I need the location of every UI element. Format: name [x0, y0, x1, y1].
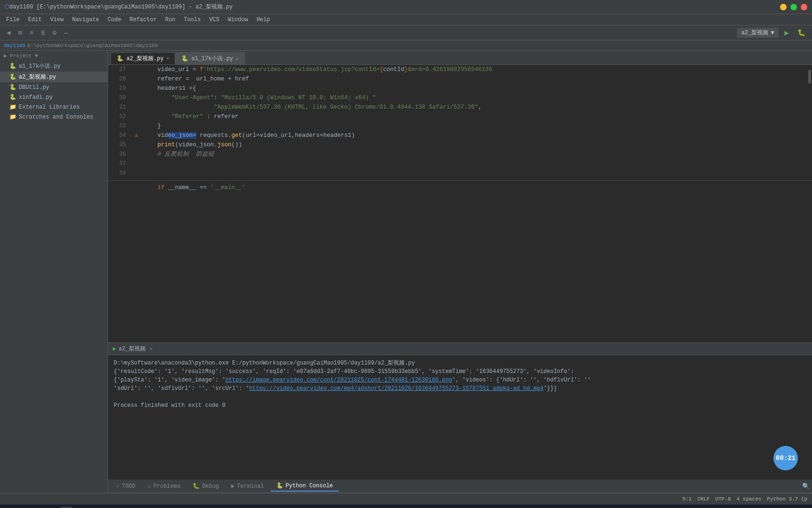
tab-close-a1[interactable]: ✕: [236, 56, 239, 62]
python-console-icon: 🐍: [276, 482, 283, 489]
code-content-30: "User-Agent": "Mozilla/5.0 (Windows NT 1…: [141, 93, 812, 103]
run-tab-close[interactable]: ✕: [150, 346, 153, 352]
breadcrumb-day: day1109: [4, 43, 25, 48]
code-content-36: # 反爬机制 防盗链: [141, 150, 812, 159]
toolbar-structure[interactable]: ⊞: [15, 28, 24, 38]
menu-file[interactable]: File: [2, 16, 23, 24]
tab-close-a2[interactable]: ✕: [166, 56, 169, 61]
gutter-34: ⚠: [132, 131, 141, 140]
run-icon: ▶: [113, 345, 116, 352]
taskbar-app-win-explorer[interactable]: 📁: [75, 507, 90, 508]
taskbar-app-pycharm[interactable]: ⬡: [60, 507, 73, 508]
toolbar-back[interactable]: ◀: [4, 28, 13, 38]
menu-navigate[interactable]: Navigate: [68, 16, 103, 24]
sidebar-item-a1[interactable]: 🐍 a1_17k小说.py: [0, 61, 108, 71]
sidebar-item-xinfadi[interactable]: 🐍 xinfadi.py: [0, 92, 108, 102]
statusbar: 5:1 CRLF UTF-8 4 spaces Python 3.7 (p: [0, 493, 812, 504]
video-link[interactable]: https://video.pearvideo.com/mp4/adshort/…: [249, 385, 544, 392]
search-icon-right[interactable]: 🔍: [802, 483, 810, 490]
sidebar-label-xinfadi: xinfadi.py: [19, 94, 53, 101]
sidebar: ▶ Project ▼ 🐍 a1_17k小说.py 🐍 a2_梨视频.py 🐍 …: [0, 51, 108, 493]
sidebar-label-a1: a1_17k小说.py: [19, 62, 61, 70]
code-line-35: 35 print(video_json.json()): [108, 140, 812, 150]
run-tab-header: ▶ a2_梨视频 ✕: [108, 343, 812, 355]
tab-a1[interactable]: 🐍 a1_17k小说.py ✕: [175, 52, 245, 64]
run-config-dropdown-icon: ▼: [771, 30, 774, 36]
bottom-tab-terminal[interactable]: ▶ Terminal: [226, 481, 270, 491]
taskbar-app-ie[interactable]: e: [92, 507, 103, 508]
line-num-35: 35: [108, 140, 132, 150]
tab-label-a1: a1_17k小说.py: [191, 55, 233, 63]
gutter-38: [132, 168, 141, 178]
status-line-ending[interactable]: CRLF: [697, 496, 710, 502]
terminal-icon: ▶: [231, 483, 234, 490]
run-button[interactable]: ▶: [781, 27, 793, 39]
line-num-bottom: [108, 183, 132, 192]
taskbar-search[interactable]: 🔍: [23, 507, 39, 508]
toolbar-indent[interactable]: ≡: [27, 28, 36, 38]
sidebar-item-a2[interactable]: 🐍 a2_梨视频.py: [0, 71, 108, 82]
toolbar-outdent[interactable]: ≣: [38, 28, 47, 38]
bottom-tab-debug[interactable]: 🐛 Debug: [187, 481, 225, 491]
breadcrumb-bar: day1109 E:\pythonWorkspace\guangCaiMao19…: [0, 40, 812, 51]
sidebar-item-ext-libs[interactable]: 📁 External Libraries: [0, 102, 108, 112]
problems-label: Problems: [153, 483, 180, 490]
status-python[interactable]: Python 3.7 (p: [767, 496, 807, 502]
image-link[interactable]: https://image.pearvideo.com/cont/2021102…: [226, 377, 452, 383]
taskbar-app-files[interactable]: 📂: [118, 507, 133, 508]
menu-run[interactable]: Run: [161, 16, 179, 24]
taskbar-app-word[interactable]: W: [105, 507, 116, 508]
run-tab-name[interactable]: ▶ a2_梨视频 ✕: [113, 345, 153, 353]
sidebar-label-ext: External Libraries: [19, 104, 80, 111]
tab-icon-a2: 🐍: [117, 55, 124, 62]
maximize-button[interactable]: □: [790, 4, 797, 10]
code-line-28: 28 referer = url_home + href: [108, 74, 812, 84]
debug-button[interactable]: 🐛: [795, 28, 808, 38]
code-content-bottom: if __name__ == '__main__': [141, 183, 812, 192]
gutter-29: [132, 84, 141, 93]
status-encoding[interactable]: UTF-8: [715, 496, 731, 502]
project-section[interactable]: ▶ Project ▼: [0, 51, 108, 61]
taskbar-app-edge[interactable]: e: [152, 507, 163, 508]
tab-a2[interactable]: 🐍 a2_梨视频.py ✕: [110, 52, 175, 64]
toolbar-minimize[interactable]: —: [61, 28, 70, 38]
line-num-30: 30: [108, 93, 132, 103]
sidebar-item-scratches[interactable]: 📁 Scratches and Consoles: [0, 112, 108, 122]
gutter-32: [132, 112, 141, 121]
menu-edit[interactable]: Edit: [24, 16, 46, 24]
sidebar-item-dbutil[interactable]: 🐍 DBUtil.py: [0, 82, 108, 92]
menu-tools[interactable]: Tools: [180, 16, 204, 24]
code-editor[interactable]: 27 video_url = f'https://www.pearvideo.c…: [108, 65, 812, 342]
titlebar: ⬡ day1109 [E:\pythonWorkspace\guangCaiMa…: [0, 0, 812, 14]
taskbar-start[interactable]: ⊞: [4, 507, 21, 508]
taskbar-app-chrome[interactable]: 🌐: [135, 507, 150, 508]
code-content-32: "Referer" : referer: [141, 112, 812, 121]
bottom-tab-problems[interactable]: ⚠ Problems: [142, 481, 186, 491]
menu-window[interactable]: Window: [224, 16, 252, 24]
problems-icon: ⚠: [148, 483, 151, 490]
close-button[interactable]: ✕: [801, 4, 807, 10]
bottom-tab-todo[interactable]: ✓ TODO: [110, 481, 141, 491]
bottom-tabs: ✓ TODO ⚠ Problems 🐛 Debug ▶ Terminal 🐍: [108, 480, 812, 493]
menu-help[interactable]: Help: [253, 16, 274, 24]
menu-vcs[interactable]: VCS: [205, 16, 223, 24]
menu-refactor[interactable]: Refactor: [126, 16, 161, 24]
bottom-tab-python-console[interactable]: 🐍 Python Console: [271, 481, 339, 492]
run-output[interactable]: D:\mySoftware\anaconda3\python.exe E:/py…: [108, 355, 812, 480]
code-content-34: video_json= requests.get(url=video_url,h…: [141, 131, 812, 140]
taskbar-app-unknown[interactable]: 🖥: [164, 507, 178, 508]
code-line-31: 31 "AppleWebKit/537.36 (KHTML, like Geck…: [108, 103, 812, 112]
gutter-37: [132, 159, 141, 168]
menu-view[interactable]: View: [47, 16, 68, 24]
toolbar-settings[interactable]: ⚙: [50, 28, 59, 38]
main-layout: ▶ Project ▼ 🐍 a1_17k小说.py 🐍 a2_梨视频.py 🐍 …: [0, 51, 812, 493]
status-indent[interactable]: 4 spaces: [736, 496, 761, 502]
minimize-button[interactable]: —: [780, 4, 787, 10]
timer-badge[interactable]: 00:21: [773, 446, 798, 470]
taskbar-task-view[interactable]: ⧉: [41, 507, 58, 508]
scrollbar-indicator[interactable]: [808, 70, 811, 84]
menu-code[interactable]: Code: [104, 16, 125, 24]
code-line-37: 37: [108, 159, 812, 168]
line-num-34: 34: [108, 131, 132, 140]
run-config-selector[interactable]: a2_梨视频 ▼: [737, 28, 779, 38]
